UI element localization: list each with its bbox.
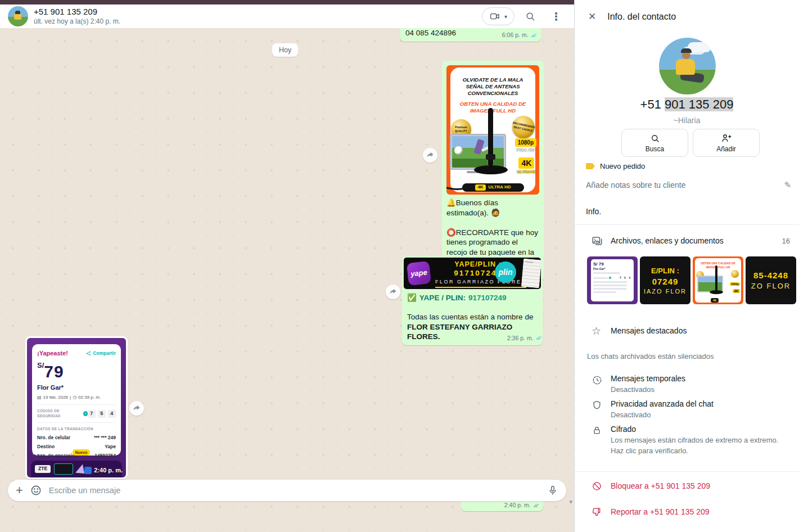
share-button[interactable]: Compartir xyxy=(86,350,116,357)
divider xyxy=(575,471,799,472)
tv-graphic xyxy=(450,134,506,170)
receipt-footer: Más en Yape Nuevo xyxy=(33,448,90,457)
panel-header: ✕ Info. del contacto xyxy=(575,0,799,33)
forward-button[interactable] xyxy=(423,148,437,163)
label-tag-icon xyxy=(586,163,595,169)
decor xyxy=(486,154,495,160)
info-icon[interactable]: i xyxy=(83,411,88,416)
message-meta: 2:40 p. m. ✓✓ xyxy=(504,502,540,510)
mic-button[interactable] xyxy=(547,485,558,496)
label-row[interactable]: Nuevo pedido xyxy=(586,162,645,170)
chip-1080p: 1080p FULL HD xyxy=(515,138,536,153)
message-meta: 2:36 p. m. ✓✓ xyxy=(507,334,543,342)
message-outgoing-ad[interactable]: OLVIDATE DE LA MALA SEÑAL DE ANTENAS CON… xyxy=(442,61,544,282)
attach-plus-button[interactable]: + xyxy=(16,484,23,497)
close-icon[interactable]: ✕ xyxy=(588,11,596,22)
disappearing-messages-row[interactable]: Mensajes temporalesDesactivados xyxy=(575,373,799,395)
star-icon: ☆ xyxy=(592,324,611,337)
media-thumb-ad[interactable]: OBTEN UNA CALIDAD DE IMAGEN FULL HD 1080… xyxy=(693,256,743,304)
search-chat-button[interactable]: Busca xyxy=(621,129,688,157)
decor xyxy=(593,281,627,283)
scrollbar-arrow[interactable]: ▾ xyxy=(569,498,572,506)
new-badge: Nuevo xyxy=(73,449,90,456)
media-links-docs-row[interactable]: Archivos, enlaces y documentos 16 xyxy=(575,232,799,250)
contact-name: +51 901 135 209 xyxy=(34,7,120,17)
window-title-strip xyxy=(0,0,574,4)
chat-column: +51 901 135 209 últ. vez hoy a la(s) 2:4… xyxy=(0,0,574,532)
decor xyxy=(473,139,484,155)
receipt-row: Nro. de celular*** *** 249 xyxy=(37,435,116,441)
message-text: 04 085 424896 xyxy=(405,29,456,37)
message-outgoing[interactable]: 04 085 424896 6:06 p. m. ✓✓ xyxy=(400,28,541,42)
media-thumb-banner-2[interactable]: 85-4248 ZO FLOR xyxy=(746,256,796,304)
decor xyxy=(593,288,627,290)
sticker-emoji-button[interactable] xyxy=(30,484,42,497)
menu-kebab-icon[interactable]: ⋮ xyxy=(546,6,566,26)
receipt-recipient: Flor Gar* xyxy=(37,384,116,392)
info-heading: Info. xyxy=(586,207,601,216)
ad-bottom-bar: 4K ULTRA HD xyxy=(462,183,524,192)
transaction-label: DATOS DE LA TRANSACCIÓN xyxy=(37,427,116,432)
report-contact-row[interactable]: Reportar a +51 901 135 209 xyxy=(575,504,799,520)
yape-banner-image[interactable]: yape YAPE/PLIN : 917107249 FLOR GARRIAZO… xyxy=(404,258,541,289)
clock-icon: ◷ xyxy=(73,395,76,401)
avatar[interactable] xyxy=(8,6,28,26)
video-call-button[interactable]: ▾ xyxy=(482,7,514,25)
decor xyxy=(593,277,608,279)
delivered-ticks-icon: ✓✓ xyxy=(533,502,540,510)
decor xyxy=(676,59,695,75)
advanced-privacy-row[interactable]: Privacidad avanzada del chatDesactivado xyxy=(575,399,799,421)
contact-alias: ~Hilaria xyxy=(575,116,799,125)
decor xyxy=(14,13,21,20)
screenshot-time-overlay: 2:40 p. m. xyxy=(84,466,123,475)
decor xyxy=(698,277,722,291)
shield-icon xyxy=(592,399,611,421)
contact-phone[interactable]: +51 901 135 209 xyxy=(575,97,799,112)
media-thumb-receipt[interactable]: S/ 79 Flor Gar* 7 5 4 xyxy=(587,256,638,304)
decor xyxy=(474,165,508,174)
media-count: 16 xyxy=(782,237,790,245)
block-contact-row[interactable]: Bloquear a +51 901 135 209 xyxy=(575,478,799,494)
chevron-down-icon: ▾ xyxy=(504,13,507,20)
add-contact-button[interactable]: Añadir xyxy=(693,129,760,157)
decor xyxy=(681,48,692,53)
message-input[interactable] xyxy=(49,486,540,495)
decor xyxy=(715,265,717,291)
plin-logo: plin xyxy=(495,262,516,283)
encryption-row[interactable]: CifradoLos mensajes están cifrados de ex… xyxy=(575,424,793,457)
media-icon xyxy=(592,235,611,246)
message-time: 2:40 p. m. xyxy=(504,502,531,510)
decor xyxy=(609,277,611,279)
search-button[interactable] xyxy=(520,6,540,26)
message-list[interactable]: 04 085 424896 6:06 p. m. ✓✓ Hoy OLVIDATE… xyxy=(0,28,574,532)
zte-logo: ZTE xyxy=(35,465,51,472)
edit-pencil-icon[interactable]: ✎ xyxy=(784,180,791,190)
ad-image[interactable]: OLVIDATE DE LA MALA SEÑAL DE ANTENAS CON… xyxy=(446,65,539,195)
message-incoming-receipt[interactable]: ¡Yapeaste! Compartir S/79 Flor Gar* ▤ xyxy=(25,336,128,479)
yape-receipt-image[interactable]: ¡Yapeaste! Compartir S/79 Flor Gar* ▤ xyxy=(27,338,126,477)
message-text: ✅ YAPE / PLIN: 917107249 xyxy=(407,293,538,303)
decor xyxy=(452,136,504,168)
phone-graphic xyxy=(54,463,73,475)
thumbs-down-icon xyxy=(592,507,611,517)
divider xyxy=(575,224,799,225)
receipt-datetime: ▤ 19 feb. 2026 | ◷ 02:39 p. m. xyxy=(37,395,116,401)
media-thumbnails: S/ 79 Flor Gar* 7 5 4 E/PLIN : 07249 IAZ… xyxy=(587,256,796,304)
starred-messages-row[interactable]: ☆ Mensajes destacados xyxy=(575,322,799,340)
forward-button[interactable] xyxy=(386,285,400,299)
chat-header-info[interactable]: +51 901 135 209 últ. vez hoy a la(s) 2:4… xyxy=(34,7,120,26)
contact-avatar[interactable] xyxy=(659,38,716,94)
calendar-icon: ▤ xyxy=(37,395,42,401)
label-text: Nuevo pedido xyxy=(600,162,645,170)
chat-header-actions: ▾ ⋮ xyxy=(482,6,566,26)
notes-row[interactable]: Añade notas sobre tu cliente ✎ xyxy=(586,180,791,190)
last-seen-status: últ. vez hoy a la(s) 2:40 p. m. xyxy=(34,17,120,26)
media-thumb-yape-banner[interactable]: E/PLIN : 07249 IAZO FLOR xyxy=(640,256,690,304)
notes-placeholder: Añade notas sobre tu cliente xyxy=(586,181,685,190)
paper-note-graphic: Flower xyxy=(521,259,541,288)
panel-title: Info. del contacto xyxy=(607,12,676,22)
decor xyxy=(593,285,627,286)
forward-button[interactable] xyxy=(129,401,144,416)
message-outgoing-yape[interactable]: yape YAPE/PLIN : 917107249 FLOR GARRIAZO… xyxy=(402,256,543,345)
banner-name: FLOR GARRIAZO FLORES xyxy=(435,279,526,288)
